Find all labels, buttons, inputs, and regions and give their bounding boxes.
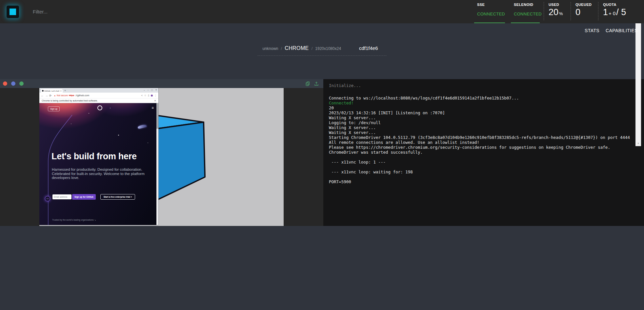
log-line: --- x11vnc loop: waiting for: 198 xyxy=(329,169,628,174)
vnc-body: GitHub: Let's build from he... ✕ + ⌄ – ▢… xyxy=(0,88,323,226)
log-line xyxy=(329,174,628,179)
stat-quota: QUOTA 1+ 0/ 5 xyxy=(598,0,644,23)
browser-tab-title: GitHub: Let's build from he... xyxy=(44,90,59,92)
stat-sse-label: SSE xyxy=(477,3,509,7)
log-line: Please see https://chromedriver.chromium… xyxy=(329,145,628,150)
browser-window-controls: ⌄ – ▢ ✕ xyxy=(143,89,157,91)
app-logo-icon xyxy=(10,9,16,15)
stat-selenoid-value: CONNECTED xyxy=(514,11,544,16)
browser-menu-icon[interactable]: ⋮ xyxy=(154,94,157,97)
stat-queued-label: QUEUED xyxy=(575,3,598,7)
warning-icon: ▲ xyxy=(54,95,56,97)
log-line xyxy=(329,165,628,169)
status-bar: SSE CONNECTED SELENOID CONNECTED USED 20… xyxy=(472,0,644,23)
copy-icon[interactable] xyxy=(306,81,310,86)
log-line: ChromeDriver was started successfully. xyxy=(329,150,628,155)
hero-signup-button[interactable]: Sign up xyxy=(48,106,60,111)
upload-icon[interactable] xyxy=(314,81,319,86)
urlbar-actions: < ☆ ▯ ⋮ xyxy=(141,94,157,97)
subnav: STATS CAPABILITIES xyxy=(585,23,644,33)
filter-input[interactable] xyxy=(32,9,171,15)
tab-search-icon[interactable]: ⌄ xyxy=(143,89,145,91)
log-line: Waiting X server... xyxy=(329,115,628,120)
log-line: Initialize... xyxy=(329,83,628,88)
stat-sse: SSE CONNECTED xyxy=(472,0,509,23)
stat-queued-value: 0 xyxy=(575,7,598,17)
browser-urlbar: ← → ⟳ ▲ Not secure https ://github.com <… xyxy=(39,93,158,98)
github-logo[interactable] xyxy=(97,105,102,110)
log-line: Connecting to ws://localhost:8080/ws/log… xyxy=(329,96,628,100)
new-tab-button[interactable]: + xyxy=(64,89,66,92)
url-text: ://github.com xyxy=(75,94,89,97)
profile-avatar[interactable] xyxy=(151,95,153,97)
top-header: SSE CONNECTED SELENOID CONNECTED USED 20… xyxy=(0,0,644,23)
log-line: PORT=5900 xyxy=(329,179,628,184)
code-badge-icon: <> xyxy=(45,196,50,201)
session-resolution: 1920x1080x24 xyxy=(315,46,341,51)
hero-paragraph: Harnessed for productivity. Designed for… xyxy=(52,167,148,180)
log-line xyxy=(329,91,628,96)
tab-stats[interactable]: STATS xyxy=(585,28,599,33)
log-line: Logging to: /dev/null xyxy=(329,120,628,125)
automation-infobar: Chrome is being controlled by automated … xyxy=(39,98,158,103)
vnc-panel-header xyxy=(0,79,323,88)
traffic-light-minimize[interactable] xyxy=(11,81,15,86)
stat-used-value: 20% xyxy=(549,7,571,17)
star-dot xyxy=(71,123,71,124)
browser-tabstrip: GitHub: Let's build from he... ✕ + ⌄ – ▢… xyxy=(39,88,158,93)
star-dot xyxy=(110,108,111,108)
close-icon[interactable]: ✕ xyxy=(155,89,157,91)
page-scrollbar-thumb[interactable] xyxy=(156,103,158,129)
log-output: Initialize... Connecting to ws://localho… xyxy=(329,83,628,184)
log-line: Waiting X server... xyxy=(329,125,628,130)
session-quota-name: unknown xyxy=(263,46,278,51)
log-line: All remote connections are allowed. Use … xyxy=(329,140,628,145)
maximize-icon[interactable]: ▢ xyxy=(151,89,153,91)
tab-close-icon[interactable]: ✕ xyxy=(60,90,62,92)
stat-queued: QUEUED 0 xyxy=(571,0,598,23)
enterprise-trial-button[interactable]: Start a free enterprise trial > xyxy=(100,194,135,200)
star-dot xyxy=(89,113,89,114)
hamburger-menu-icon[interactable]: ≡ xyxy=(152,106,154,110)
star-dot xyxy=(118,135,119,136)
trusted-by-text: Trusted by the world's leading organizat… xyxy=(52,219,96,221)
session-separator: / xyxy=(281,46,282,51)
traffic-light-close[interactable] xyxy=(3,81,7,86)
infobar-text: Chrome is being controlled by automated … xyxy=(42,100,98,102)
back-icon[interactable]: ← xyxy=(41,94,44,97)
stat-quota-label: QUOTA xyxy=(603,3,644,7)
share-icon[interactable]: < xyxy=(141,94,143,97)
star-dot xyxy=(148,143,148,143)
infobar-close-icon[interactable]: ✕ xyxy=(154,100,156,102)
session-row[interactable]: unknown / CHROME / 1920x1080x24 cdf1f4e6 xyxy=(258,45,387,56)
vnc-screen[interactable]: GitHub: Let's build from he... ✕ + ⌄ – ▢… xyxy=(39,88,284,226)
minimize-icon[interactable]: – xyxy=(148,89,149,91)
scroll-down-icon[interactable]: ▼ xyxy=(635,142,641,144)
session-browser-name: CHROME xyxy=(285,45,309,51)
address-bar[interactable]: ▲ Not secure https ://github.com xyxy=(54,94,140,97)
not-secure-label: Not secure xyxy=(57,94,68,97)
log-line: 2023/02/13 14:32:16 [INIT] [Listening on… xyxy=(329,110,628,115)
page-scrollbar[interactable] xyxy=(156,103,158,225)
stat-sse-value: CONNECTED xyxy=(477,11,509,16)
bookmark-star-icon[interactable]: ☆ xyxy=(144,94,146,97)
session-log: Initialize... Connecting to ws://localho… xyxy=(323,79,644,226)
side-panel-icon[interactable]: ▯ xyxy=(148,94,149,97)
reload-icon[interactable]: ⟳ xyxy=(49,94,51,97)
session-id[interactable]: cdf1f4e6 xyxy=(359,45,378,51)
log-line: Connected! xyxy=(329,100,628,105)
forward-icon[interactable]: → xyxy=(45,94,48,97)
tab-capabilities[interactable]: CAPABILITIES xyxy=(606,28,638,33)
stat-used-label: USED xyxy=(549,3,571,7)
traffic-light-expand[interactable] xyxy=(19,81,24,86)
log-line: --- x11vnc loop: 1 --- xyxy=(329,160,628,165)
email-field[interactable] xyxy=(52,194,71,199)
browser-tab[interactable]: GitHub: Let's build from he... ✕ xyxy=(41,89,63,93)
signup-for-github-button[interactable]: Sign up for GitHub xyxy=(72,194,96,200)
app-logo[interactable] xyxy=(7,6,19,18)
vnc-panel: GitHub: Let's build from he... ✕ + ⌄ – ▢… xyxy=(0,79,323,226)
github-hero-page: Sign up ≡ Let's build from here Harnesse… xyxy=(39,103,158,225)
github-favicon xyxy=(42,90,44,92)
spaceship-illustration xyxy=(137,124,147,129)
stat-selenoid-label: SELENOID xyxy=(514,3,544,7)
